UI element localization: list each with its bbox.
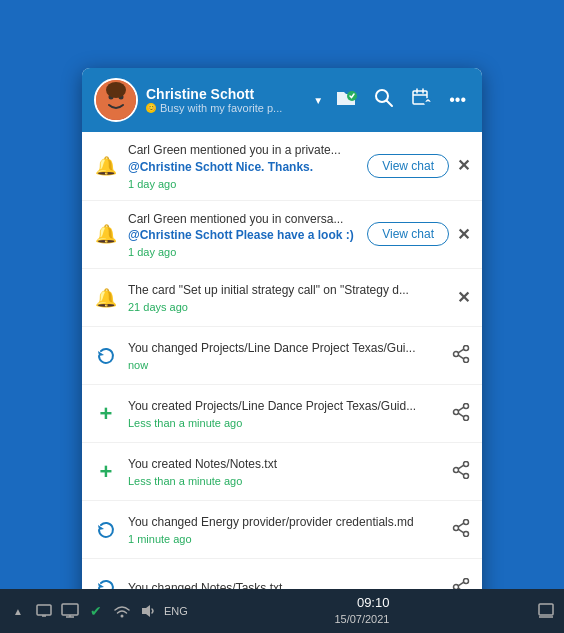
notif-actions: ✕	[457, 288, 470, 307]
svg-point-19	[464, 416, 469, 421]
close-button[interactable]: ✕	[457, 225, 470, 244]
wifi-icon[interactable]	[112, 601, 132, 621]
language-label[interactable]: ENG	[164, 601, 188, 621]
svg-point-13	[464, 346, 469, 351]
dropdown-icon[interactable]: ▼	[313, 95, 323, 106]
header-actions: •••	[331, 83, 470, 117]
notif-text: You changed Energy provider/provider cre…	[128, 514, 442, 531]
svg-line-32	[458, 529, 464, 533]
svg-point-29	[464, 532, 469, 537]
plus-icon: +	[94, 402, 118, 426]
notif-time: Less than a minute ago	[128, 475, 442, 487]
header-status: 😊 Busy with my favorite p...	[146, 102, 305, 114]
notif-mention: @Christine Schott Please have a look :)	[128, 227, 357, 244]
header-info: Christine Schott 😊 Busy with my favorite…	[146, 86, 305, 114]
svg-rect-38	[37, 605, 51, 615]
svg-point-3	[106, 82, 126, 98]
taskbar-date: 15/07/2021	[334, 612, 389, 627]
notif-item: + You created Notes/Notes.txt Less than …	[82, 443, 482, 501]
plus-icon: +	[94, 460, 118, 484]
check-icon[interactable]: ✔	[86, 601, 106, 621]
notif-actions: View chat ✕	[367, 154, 470, 178]
notif-actions	[452, 345, 470, 366]
svg-point-24	[464, 474, 469, 479]
svg-line-36	[458, 582, 464, 586]
view-chat-button[interactable]: View chat	[367, 154, 449, 178]
notif-time: 1 day ago	[128, 246, 357, 258]
notif-item: 🔔 The card "Set up initial strategy call…	[82, 269, 482, 327]
notif-time: Less than a minute ago	[128, 417, 442, 429]
svg-point-28	[464, 520, 469, 525]
svg-line-27	[458, 471, 464, 475]
svg-line-31	[458, 523, 464, 527]
bell-icon: 🔔	[94, 154, 118, 178]
search-icon[interactable]	[369, 83, 399, 117]
notif-actions: View chat ✕	[367, 222, 470, 246]
share-button[interactable]	[452, 461, 470, 482]
view-chat-button[interactable]: View chat	[367, 222, 449, 246]
notif-body: Carl Green mentioned you in a private...…	[128, 142, 357, 190]
notif-body: Carl Green mentioned you in conversa... …	[128, 211, 357, 259]
notif-time: now	[128, 359, 442, 371]
notification-desktop-icon[interactable]	[536, 601, 556, 621]
tablet-icon[interactable]	[34, 601, 54, 621]
notif-body: You changed Projects/Line Dance Project …	[128, 340, 442, 371]
more-icon[interactable]: •••	[445, 87, 470, 113]
notif-item: 🔔 Carl Green mentioned you in conversa..…	[82, 201, 482, 270]
notif-text: The card "Set up initial strategy call" …	[128, 282, 447, 299]
volume-icon[interactable]	[138, 601, 158, 621]
refresh-icon	[94, 344, 118, 368]
notif-actions	[452, 461, 470, 482]
svg-point-25	[454, 468, 459, 473]
notif-body: You changed Energy provider/provider cre…	[128, 514, 442, 545]
notification-panel: Christine Schott 😊 Busy with my favorite…	[82, 68, 482, 617]
notif-body: You created Projects/Line Dance Project …	[128, 398, 442, 429]
notif-body: The card "Set up initial strategy call" …	[128, 282, 447, 313]
notif-time: 1 minute ago	[128, 533, 442, 545]
notifications-list: 🔔 Carl Green mentioned you in a private.…	[82, 132, 482, 617]
notif-text: Carl Green mentioned you in a private...	[128, 142, 357, 159]
taskbar-left: ▲ ✔ EN	[8, 601, 188, 621]
svg-point-11	[424, 98, 432, 106]
notif-item: You changed Projects/Line Dance Project …	[82, 327, 482, 385]
share-button[interactable]	[452, 519, 470, 540]
header-name: Christine Schott	[146, 86, 305, 102]
svg-rect-40	[62, 604, 78, 615]
notif-item: 🔔 Carl Green mentioned you in a private.…	[82, 132, 482, 201]
notif-mention: @Christine Schott Nice. Thanks.	[128, 159, 357, 176]
taskbar-clock: 09:10 15/07/2021	[334, 594, 389, 628]
chevron-up-icon[interactable]: ▲	[8, 601, 28, 621]
refresh-icon	[94, 518, 118, 542]
close-button[interactable]: ✕	[457, 288, 470, 307]
notif-text: You changed Projects/Line Dance Project …	[128, 340, 442, 357]
svg-point-30	[454, 526, 459, 531]
share-button[interactable]	[452, 403, 470, 424]
notif-text: Carl Green mentioned you in conversa...	[128, 211, 357, 228]
svg-point-14	[464, 358, 469, 363]
svg-line-22	[458, 413, 464, 417]
svg-point-43	[121, 615, 124, 618]
share-button[interactable]	[452, 345, 470, 366]
taskbar-time: 09:10	[357, 594, 390, 612]
svg-line-16	[458, 349, 464, 353]
svg-point-23	[464, 462, 469, 467]
calendar-icon[interactable]	[407, 83, 437, 117]
bell-icon: 🔔	[94, 222, 118, 246]
notif-actions	[452, 519, 470, 540]
close-button[interactable]: ✕	[457, 156, 470, 175]
svg-point-12	[427, 100, 429, 102]
taskbar: ▲ ✔ EN	[0, 589, 564, 633]
notif-time: 21 days ago	[128, 301, 447, 313]
svg-line-17	[458, 355, 464, 359]
panel-header: Christine Schott 😊 Busy with my favorite…	[82, 68, 482, 132]
display-icon[interactable]	[60, 601, 80, 621]
status-emoji-icon: 😊	[146, 103, 156, 113]
svg-point-33	[464, 578, 469, 583]
svg-line-21	[458, 407, 464, 411]
svg-point-20	[454, 410, 459, 415]
notif-text: You created Projects/Line Dance Project …	[128, 398, 442, 415]
notif-actions	[452, 403, 470, 424]
folder-icon[interactable]	[331, 83, 361, 117]
avatar-container	[94, 78, 138, 122]
svg-line-6	[387, 101, 393, 107]
